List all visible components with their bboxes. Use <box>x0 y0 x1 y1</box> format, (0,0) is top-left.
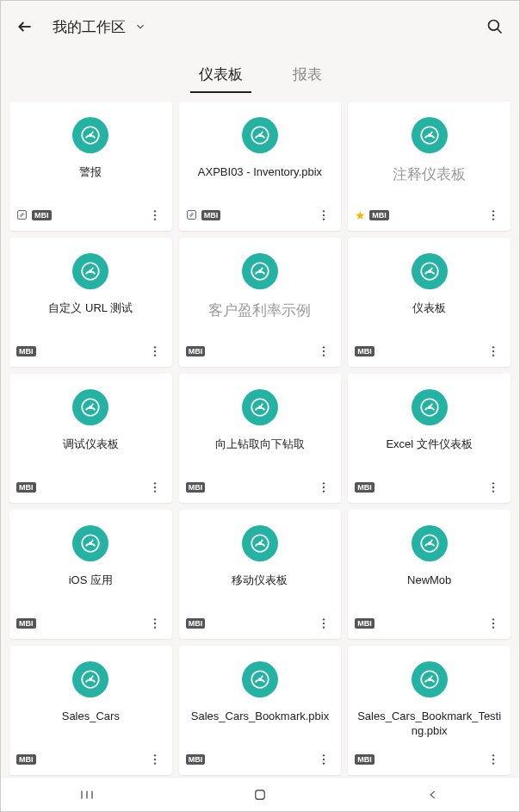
dashboard-card[interactable]: 调试仪表板MBI <box>9 374 172 503</box>
svg-point-31 <box>259 270 261 272</box>
dashboard-card[interactable]: 仪表板MBI <box>348 238 511 367</box>
dashboard-card[interactable]: 警报MBI <box>9 102 172 231</box>
card-footer: MBI <box>15 749 167 770</box>
dashboard-card[interactable]: 自定义 URL 测试MBI <box>9 238 172 367</box>
svg-point-22 <box>492 218 494 220</box>
more-button[interactable] <box>483 205 504 226</box>
more-button[interactable] <box>313 205 334 226</box>
svg-point-32 <box>323 346 325 348</box>
mbi-badge: MBI <box>16 482 36 493</box>
dashboard-card[interactable]: 客户盈利率示例MBI <box>179 238 342 367</box>
card-footer: MBI <box>15 477 167 498</box>
svg-line-2 <box>498 29 502 34</box>
card-title: 调试仪表板 <box>59 437 122 452</box>
more-button[interactable] <box>313 341 334 362</box>
more-button[interactable] <box>483 341 504 362</box>
svg-point-26 <box>153 346 155 348</box>
svg-point-43 <box>90 406 91 408</box>
more-button[interactable] <box>313 613 334 634</box>
star-icon: ★ <box>355 208 366 222</box>
card-footer-left: ★MBI <box>355 208 389 222</box>
svg-point-63 <box>153 623 155 624</box>
more-button[interactable] <box>483 613 504 634</box>
svg-point-12 <box>259 134 261 136</box>
dashboard-card[interactable]: Sales_Cars_Bookmark_Testing.pbixMBI <box>348 646 511 775</box>
tab-dashboard[interactable]: 仪表板 <box>195 59 246 93</box>
mbi-badge: MBI <box>16 346 36 356</box>
card-footer: MBI <box>353 613 505 634</box>
svg-point-39 <box>492 350 494 352</box>
svg-point-58 <box>492 490 494 492</box>
svg-point-51 <box>323 487 325 488</box>
card-footer: ★MBI <box>353 205 505 226</box>
mbi-badge: MBI <box>16 618 36 629</box>
dashboard-card[interactable]: iOS 应用MBI <box>9 510 172 639</box>
svg-point-20 <box>492 210 494 212</box>
gauge-icon <box>72 525 108 561</box>
dashboard-card[interactable]: NewMobMBI <box>348 510 511 639</box>
card-footer: MBI <box>15 341 167 362</box>
svg-point-44 <box>153 482 155 484</box>
dashboard-card[interactable]: 向上钻取向下钻取MBI <box>179 374 342 503</box>
svg-point-80 <box>153 754 155 756</box>
svg-point-5 <box>90 134 91 136</box>
svg-point-52 <box>323 490 325 492</box>
card-footer-left: MBI <box>355 346 375 356</box>
home-button[interactable] <box>226 781 294 809</box>
svg-point-70 <box>323 626 325 628</box>
svg-point-40 <box>492 354 494 356</box>
svg-point-1 <box>489 21 499 31</box>
dashboard-card[interactable]: Sales_CarsMBI <box>9 646 172 775</box>
edit-icon <box>16 209 28 221</box>
dashboard-grid: 警报MBIAXPBI03 - Inventory.pbixMBI注释仪表板★MB… <box>1 93 519 781</box>
more-button[interactable] <box>313 749 334 770</box>
back-nav-button[interactable] <box>399 781 467 809</box>
more-button[interactable] <box>145 749 165 770</box>
dashboard-card[interactable]: AXPBI03 - Inventory.pbixMBI <box>179 102 342 231</box>
gauge-icon <box>242 253 278 289</box>
more-button[interactable] <box>145 477 165 498</box>
mbi-badge: MBI <box>355 618 375 629</box>
svg-point-33 <box>323 350 325 352</box>
svg-rect-6 <box>18 211 27 220</box>
card-footer-left: MBI <box>186 209 221 221</box>
svg-point-7 <box>153 210 155 212</box>
more-button[interactable] <box>145 341 165 362</box>
more-button[interactable] <box>145 613 165 634</box>
card-footer-left: MBI <box>355 754 375 765</box>
svg-point-93 <box>492 759 494 760</box>
svg-rect-13 <box>187 211 195 220</box>
tab-report[interactable]: 报表 <box>289 59 325 93</box>
dashboard-card[interactable]: Sales_Cars_Bookmark.pbixMBI <box>179 646 342 775</box>
dashboard-card[interactable]: Excel 文件仪表板MBI <box>348 374 511 503</box>
workspace-dropdown[interactable]: 我的工作区 <box>53 17 481 37</box>
recents-button[interactable] <box>53 781 121 809</box>
dashboard-card[interactable]: 注释仪表板★MBI <box>348 102 511 231</box>
card-title: 警报 <box>76 165 105 180</box>
svg-point-92 <box>492 754 494 756</box>
svg-point-28 <box>153 354 155 356</box>
svg-point-16 <box>323 218 325 220</box>
mbi-badge: MBI <box>32 210 52 220</box>
svg-point-57 <box>492 487 494 488</box>
svg-point-74 <box>492 618 494 620</box>
card-footer: MBI <box>15 205 167 226</box>
gauge-icon <box>412 525 448 561</box>
card-footer-left: MBI <box>16 618 36 629</box>
more-button[interactable] <box>313 477 334 498</box>
svg-point-75 <box>492 623 494 624</box>
more-button[interactable] <box>145 205 165 226</box>
more-button[interactable] <box>483 477 504 498</box>
card-footer: MBI <box>184 613 337 634</box>
search-button[interactable] <box>481 13 509 40</box>
mbi-badge: MBI <box>201 210 221 220</box>
gauge-icon <box>242 661 278 697</box>
card-footer: MBI <box>184 341 337 362</box>
svg-point-94 <box>492 762 494 764</box>
card-footer-left: MBI <box>355 618 375 629</box>
dashboard-card[interactable]: 移动仪表板MBI <box>179 510 342 639</box>
back-button[interactable] <box>11 13 39 40</box>
more-button[interactable] <box>483 749 504 770</box>
gauge-icon <box>72 253 108 289</box>
svg-point-86 <box>323 754 325 756</box>
